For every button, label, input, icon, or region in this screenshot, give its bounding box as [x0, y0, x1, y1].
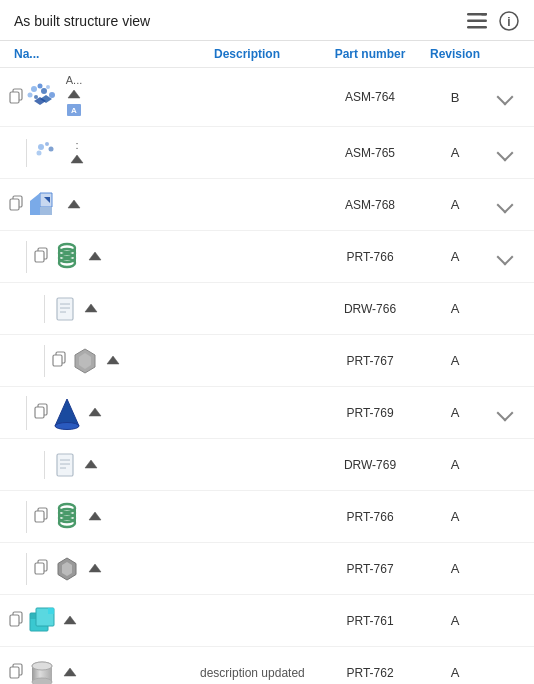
copy-icon[interactable]	[8, 88, 24, 107]
name-label-group	[60, 613, 80, 628]
table-row[interactable]: PRT-767A	[0, 335, 534, 387]
name-label-group	[85, 561, 105, 576]
name-cell	[0, 553, 200, 585]
copy-icon[interactable]	[33, 559, 49, 578]
name-cell	[0, 501, 200, 533]
menu-icon[interactable]	[466, 10, 488, 32]
copy-icon[interactable]	[33, 507, 49, 526]
indent-line	[44, 295, 45, 323]
expand-chevron[interactable]	[490, 251, 520, 263]
expand-chevron[interactable]	[490, 407, 520, 419]
table-row[interactable]: A... A ASM-764B	[0, 68, 534, 127]
col-revision[interactable]: Revision	[420, 47, 490, 61]
svg-rect-62	[35, 511, 44, 522]
expand-chevron[interactable]	[490, 91, 520, 103]
expand-chevron[interactable]	[490, 199, 520, 211]
svg-marker-31	[68, 200, 80, 208]
copy-icon[interactable]	[8, 663, 24, 682]
svg-rect-47	[53, 355, 62, 366]
info-icon[interactable]: i	[498, 10, 520, 32]
svg-rect-52	[35, 407, 44, 418]
table-row[interactable]: PRT-766A	[0, 491, 534, 543]
expand-chevron[interactable]	[490, 147, 520, 159]
svg-marker-53	[55, 399, 79, 426]
triangle-icon	[106, 353, 120, 368]
revision-cell: A	[420, 197, 490, 212]
part-thumbnail	[51, 396, 83, 430]
name-label-group	[64, 197, 84, 212]
name-short: A...	[66, 74, 83, 86]
name-cell	[0, 657, 200, 685]
table-row[interactable]: PRT-761A	[0, 595, 534, 647]
part-thumbnail	[51, 241, 83, 273]
chevron-down-icon[interactable]	[497, 248, 514, 265]
part-number-cell: PRT-767	[320, 354, 420, 368]
svg-point-11	[41, 88, 47, 94]
name-cell: :	[0, 139, 200, 167]
part-thumbnail	[51, 501, 83, 533]
revision-cell: A	[420, 457, 490, 472]
svg-rect-79	[30, 613, 36, 619]
table-row[interactable]: DRW-769A	[0, 439, 534, 491]
name-label-group	[60, 665, 80, 680]
table-row[interactable]: DRW-766A	[0, 283, 534, 335]
chevron-down-icon[interactable]	[497, 196, 514, 213]
table-row[interactable]: PRT-767A	[0, 543, 534, 595]
page-title: As built structure view	[14, 13, 150, 29]
svg-rect-26	[10, 199, 19, 210]
part-thumbnail	[26, 657, 58, 685]
svg-marker-89	[64, 668, 76, 676]
svg-point-21	[45, 142, 49, 146]
description-cell: description updated	[200, 666, 320, 680]
revision-cell: A	[420, 561, 490, 576]
revision-cell: A	[420, 145, 490, 160]
table-row[interactable]: PRT-769A	[0, 387, 534, 439]
svg-marker-55	[89, 408, 101, 416]
name-label-group	[85, 509, 105, 524]
svg-rect-33	[35, 251, 44, 262]
triangle-icon	[88, 509, 102, 524]
part-thumbnail	[26, 81, 62, 113]
revision-cell: A	[420, 405, 490, 420]
name-cell	[0, 295, 200, 323]
copy-icon[interactable]	[33, 247, 49, 266]
name-label-group	[81, 301, 101, 316]
triangle-icon	[88, 249, 102, 264]
table-row[interactable]: ASM-768A	[0, 179, 534, 231]
rows-container: A... A ASM-764B : ASM-765A ASM-768A	[0, 68, 534, 684]
svg-point-8	[31, 86, 37, 92]
svg-rect-7	[10, 92, 19, 103]
name-cell	[0, 451, 200, 479]
part-number-cell: PRT-761	[320, 614, 420, 628]
indent-line	[26, 396, 27, 430]
copy-icon[interactable]	[8, 195, 24, 214]
svg-marker-50	[107, 356, 119, 364]
table-row[interactable]: : ASM-765A	[0, 127, 534, 179]
svg-rect-1	[467, 20, 487, 23]
part-number-cell: PRT-766	[320, 250, 420, 264]
chevron-down-icon[interactable]	[497, 89, 514, 106]
chevron-down-icon[interactable]	[497, 144, 514, 161]
table-row[interactable]: description updatedPRT-762A	[0, 647, 534, 684]
name-label-group: :	[67, 139, 87, 167]
col-name[interactable]: Na...	[14, 47, 214, 61]
header-actions: i	[466, 10, 520, 32]
part-number-cell: DRW-766	[320, 302, 420, 316]
table-row[interactable]: PRT-766A	[0, 231, 534, 283]
svg-text:A: A	[71, 106, 77, 115]
triangle-icon	[84, 301, 98, 316]
column-headers: Na... Description Part number Revision	[0, 41, 534, 68]
copy-icon[interactable]	[51, 351, 67, 370]
indent-line	[26, 501, 27, 533]
name-cell	[0, 189, 200, 221]
svg-point-87	[32, 678, 52, 685]
triangle-icon	[88, 561, 102, 576]
triangle-icon	[63, 613, 77, 628]
chevron-down-icon[interactable]	[497, 404, 514, 421]
indent-line	[26, 241, 27, 273]
col-description[interactable]: Description	[214, 47, 320, 61]
part-number-cell: PRT-766	[320, 510, 420, 524]
copy-icon[interactable]	[33, 403, 49, 422]
col-part-number[interactable]: Part number	[320, 47, 420, 61]
copy-icon[interactable]	[8, 611, 24, 630]
